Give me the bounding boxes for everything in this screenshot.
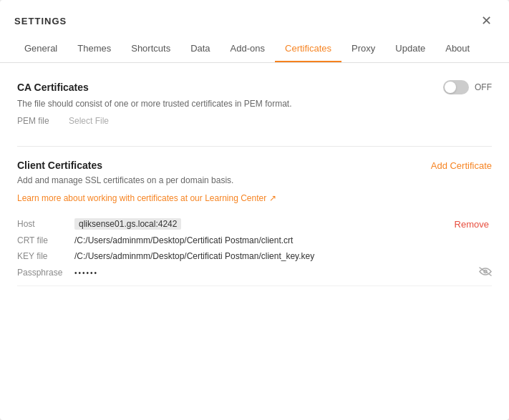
section-divider [17,146,492,147]
ca-section-title: CA Certificates [17,82,89,93]
ca-toggle[interactable] [443,80,469,94]
learn-more-link[interactable]: Learn more about working with certificat… [17,193,276,203]
client-certificates-section: Client Certificates Add Certificate Add … [17,160,492,286]
passphrase-label: Passphrase [17,268,74,278]
learn-link-row: Learn more about working with certificat… [17,191,492,204]
tab-data[interactable]: Data [180,36,220,62]
tab-themes[interactable]: Themes [67,36,121,62]
ca-toggle-row: OFF [443,80,492,94]
key-label: KEY file [17,251,74,261]
tab-add-ons[interactable]: Add-ons [220,36,275,62]
tab-proxy[interactable]: Proxy [341,36,385,62]
host-label: Host [17,219,74,229]
ca-section-header: CA Certificates OFF [17,80,492,94]
pem-row: PEM file Select File [17,116,492,126]
passphrase-dots: •••••• [74,269,472,277]
tabs-bar: General Themes Shortcuts Data Add-ons Ce… [0,36,509,63]
pem-label: PEM file [17,116,60,126]
settings-modal: SETTINGS ✕ General Themes Shortcuts Data… [0,0,509,420]
tab-update[interactable]: Update [385,36,435,62]
client-section-header: Client Certificates Add Certificate [17,160,492,171]
passphrase-row: Passphrase •••••• [17,264,492,281]
key-value: /C:/Users/adminmm/Desktop/Certificati Po… [74,251,492,261]
add-certificate-button[interactable]: Add Certificate [431,160,492,171]
close-button[interactable]: ✕ [478,13,495,29]
certificate-entry: Host qliksense01.gs.local:4242 Remove CR… [17,215,492,286]
pem-select-placeholder[interactable]: Select File [69,116,109,126]
tab-about[interactable]: About [435,36,480,62]
toggle-passphrase-visibility-icon[interactable] [479,267,492,278]
tab-shortcuts[interactable]: Shortcuts [121,36,180,62]
modal-title: SETTINGS [14,16,67,26]
crt-value: /C:/Users/adminmm/Desktop/Certificati Po… [74,235,492,245]
crt-label: CRT file [17,235,74,245]
content-area: CA Certificates OFF The file should cons… [0,63,509,420]
ca-toggle-label: OFF [475,82,492,92]
crt-row: CRT file /C:/Users/adminmm/Desktop/Certi… [17,233,492,248]
client-section-title: Client Certificates [17,160,102,171]
tab-general[interactable]: General [14,36,67,62]
ca-certificates-section: CA Certificates OFF The file should cons… [17,80,492,126]
host-value: qliksense01.gs.local:4242 [74,218,181,230]
client-section-description: Add and manage SSL certificates on a per… [17,175,492,185]
modal-header: SETTINGS ✕ [0,0,509,29]
remove-button[interactable]: Remove [452,219,492,230]
host-row: Host qliksense01.gs.local:4242 Remove [17,215,492,233]
tab-certificates[interactable]: Certificates [275,36,341,62]
ca-section-description: The file should consist of one or more t… [17,99,492,109]
key-row: KEY file /C:/Users/adminmm/Desktop/Certi… [17,248,492,264]
